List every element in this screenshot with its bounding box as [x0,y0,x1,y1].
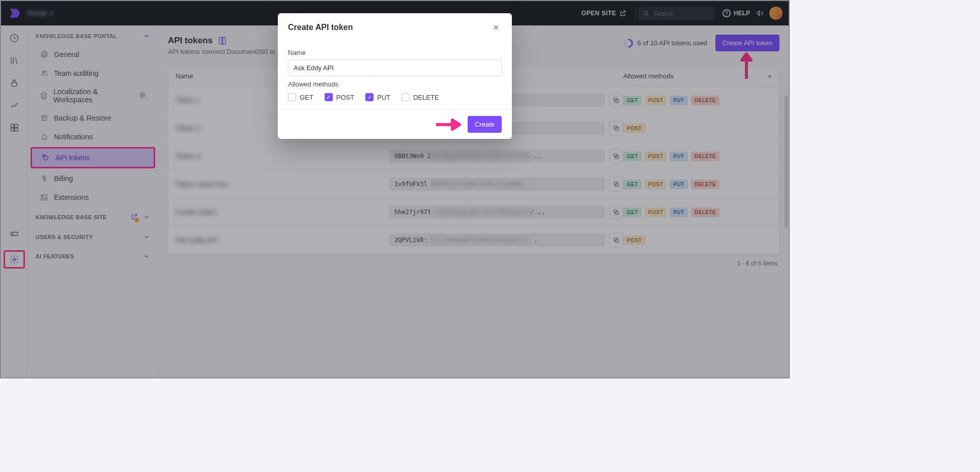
checkbox-post[interactable]: POST [325,93,354,101]
modal-title: Create API token [288,23,353,32]
name-label: Name [288,49,502,56]
checkbox-get[interactable]: GET [288,93,313,101]
create-token-modal: Create API token ✕ Name Allowed methods … [278,13,512,139]
checkbox-delete[interactable]: DELETE [401,93,439,101]
allowed-methods-label: Allowed methods [288,80,502,88]
modal-create-button[interactable]: Create [468,116,502,133]
close-icon[interactable]: ✕ [489,21,502,34]
token-name-input[interactable] [288,60,502,76]
annotation-arrow-icon [435,117,464,132]
checkbox-put[interactable]: PUT [365,93,390,101]
modal-overlay[interactable]: Create API token ✕ Name Allowed methods … [1,1,789,377]
